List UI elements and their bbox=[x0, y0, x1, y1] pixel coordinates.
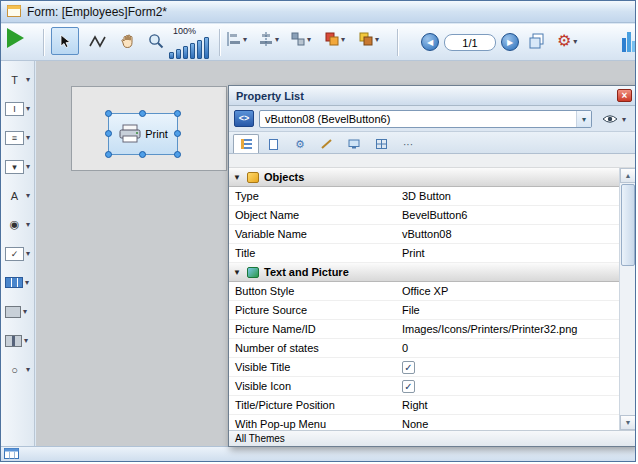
chevron-down-icon[interactable]: ▾ bbox=[576, 111, 591, 127]
property-scrollbar[interactable]: ▲ ▼ bbox=[619, 168, 636, 430]
property-value[interactable]: Print bbox=[399, 247, 619, 259]
chevron-down-icon[interactable]: ▾ bbox=[26, 133, 30, 142]
property-value[interactable]: BevelButton6 bbox=[399, 209, 619, 221]
property-value[interactable]: Images/Icons/Printers/Printer32.png bbox=[399, 323, 619, 335]
tool-input[interactable]: I▾ bbox=[1, 94, 34, 123]
previous-page-button[interactable]: ◀ bbox=[421, 33, 439, 51]
form-pages-button[interactable] bbox=[529, 33, 545, 49]
tab-object[interactable] bbox=[260, 134, 286, 153]
selection-handle[interactable] bbox=[139, 151, 146, 158]
entry-order-tool-button[interactable] bbox=[85, 27, 113, 55]
preferences-menu-button[interactable]: ⚙ ▾ bbox=[557, 33, 577, 49]
level-menu-button[interactable]: ▾ bbox=[291, 32, 311, 46]
property-value[interactable]: Office XP bbox=[399, 285, 619, 297]
tool-rectangle[interactable]: ▾ bbox=[1, 297, 34, 326]
chevron-down-icon[interactable]: ▾ bbox=[26, 220, 30, 229]
tab-settings[interactable]: ⚙ bbox=[287, 134, 313, 153]
selection-handle[interactable] bbox=[139, 110, 146, 117]
chevron-down-icon[interactable]: ▾ bbox=[26, 191, 30, 200]
zoom-bar[interactable] bbox=[204, 37, 209, 59]
next-page-button[interactable]: ▶ bbox=[501, 33, 519, 51]
selection-handle[interactable] bbox=[105, 130, 112, 137]
zoom-bar[interactable] bbox=[190, 43, 195, 59]
border-color-menu-button[interactable]: ▾ bbox=[359, 32, 379, 46]
chevron-down-icon[interactable]: ▾ bbox=[23, 307, 27, 316]
zoom-bar[interactable] bbox=[183, 46, 188, 59]
palette-title-bar[interactable]: Property List × bbox=[229, 86, 636, 106]
scroll-up-icon[interactable]: ▲ bbox=[620, 168, 636, 183]
property-value[interactable]: Right bbox=[399, 399, 619, 411]
execute-form-button[interactable] bbox=[7, 28, 24, 48]
property-lines-icon bbox=[241, 139, 252, 149]
page-indicator-field[interactable]: 1/1 bbox=[444, 34, 496, 51]
selected-bevel-button[interactable]: Print bbox=[108, 113, 178, 155]
tab-coordinates[interactable] bbox=[314, 134, 340, 153]
tool-radio-button[interactable]: ◉▾ bbox=[1, 210, 34, 239]
selected-object-name: vButton08 (BevelButton6) bbox=[260, 113, 576, 125]
list-view-toggle-icon[interactable] bbox=[4, 445, 19, 462]
tab-all-properties[interactable] bbox=[233, 134, 259, 153]
form-editor-window: Form: [Employees]Form2* 100% ▾ bbox=[0, 0, 636, 462]
chevron-down-icon[interactable]: ▾ bbox=[26, 162, 30, 171]
scroll-down-icon[interactable]: ▼ bbox=[620, 415, 636, 430]
property-value[interactable]: 3D Button bbox=[399, 190, 619, 202]
chevron-down-icon[interactable]: ▾ bbox=[24, 336, 28, 345]
tool-check-box[interactable]: ✓▾ bbox=[1, 239, 34, 268]
selection-handle[interactable] bbox=[174, 130, 181, 137]
chevron-down-icon[interactable]: ▾ bbox=[26, 249, 30, 258]
collapse-triangle-icon[interactable]: ▼ bbox=[233, 173, 242, 182]
selection-tool-button[interactable] bbox=[51, 27, 79, 55]
title-bar[interactable]: Form: [Employees]Form2* bbox=[1, 1, 635, 23]
object-selector-icon[interactable]: <> bbox=[234, 110, 254, 127]
property-value[interactable]: File bbox=[399, 304, 619, 316]
visible-title-checkbox[interactable]: ✓ bbox=[402, 361, 415, 374]
zoom-bar[interactable] bbox=[197, 40, 202, 59]
collapse-triangle-icon[interactable]: ▼ bbox=[233, 268, 242, 277]
tool-text[interactable]: T▾ bbox=[1, 65, 34, 94]
themes-footer[interactable]: All Themes bbox=[229, 430, 636, 446]
preview-eye-button[interactable]: ▾ bbox=[596, 110, 632, 128]
section-header-objects[interactable]: ▼ Objects bbox=[229, 168, 619, 187]
visible-icon-checkbox[interactable]: ✓ bbox=[402, 380, 415, 393]
scrollbar-thumb[interactable] bbox=[621, 184, 635, 266]
form-page-area[interactable]: Print bbox=[71, 86, 227, 171]
tab-more[interactable]: ··· bbox=[395, 134, 421, 153]
tool-oval[interactable]: ○▾ bbox=[1, 355, 34, 384]
chevron-down-icon[interactable]: ▾ bbox=[26, 365, 30, 374]
zoom-bar[interactable] bbox=[169, 52, 174, 59]
object-selector-dropdown[interactable]: vButton08 (BevelButton6) ▾ bbox=[259, 110, 592, 128]
property-row: Visible Icon✓ bbox=[229, 377, 619, 396]
section-header-text-and-picture[interactable]: ▼ Text and Picture bbox=[229, 263, 619, 282]
tool-combo-box[interactable]: ▾▾ bbox=[1, 152, 34, 181]
chevron-down-icon[interactable]: ▾ bbox=[26, 104, 30, 113]
themes-button[interactable] bbox=[622, 30, 636, 52]
zigzag-icon bbox=[89, 34, 109, 48]
tool-label[interactable]: A▾ bbox=[1, 181, 34, 210]
zoom-tool-button[interactable] bbox=[142, 27, 170, 55]
property-value[interactable]: 0 bbox=[399, 342, 619, 354]
selection-handle[interactable] bbox=[174, 151, 181, 158]
close-icon[interactable]: × bbox=[617, 89, 632, 102]
zoom-bars-control[interactable] bbox=[169, 36, 209, 59]
property-value[interactable]: vButton08 bbox=[399, 228, 619, 240]
fill-color-menu-button[interactable]: ▾ bbox=[325, 32, 345, 46]
tool-button-grid[interactable]: ▾ bbox=[1, 268, 34, 297]
selection-handle[interactable] bbox=[105, 151, 112, 158]
zoom-bar[interactable] bbox=[176, 49, 181, 59]
move-tool-button[interactable] bbox=[114, 27, 142, 55]
tab-grid[interactable] bbox=[368, 134, 394, 153]
chevron-down-icon: ▾ bbox=[307, 35, 311, 44]
tool-list-box[interactable]: ≡▾ bbox=[1, 123, 34, 152]
distribute-menu-button[interactable]: ▾ bbox=[259, 32, 279, 46]
chevron-down-icon[interactable]: ▾ bbox=[26, 75, 30, 84]
selection-handle[interactable] bbox=[174, 110, 181, 117]
selection-handle[interactable] bbox=[105, 110, 112, 117]
property-value[interactable]: None bbox=[399, 418, 619, 430]
chevron-down-icon[interactable]: ▾ bbox=[25, 278, 29, 287]
align-menu-button[interactable]: ▾ bbox=[227, 32, 247, 46]
tab-display[interactable] bbox=[341, 134, 367, 153]
chevron-down-icon: ▾ bbox=[573, 37, 577, 46]
property-grid: ▼ Objects Type3D Button Object NameBevel… bbox=[229, 168, 619, 430]
chevron-down-icon: ▾ bbox=[341, 35, 345, 44]
tool-splitter[interactable]: ▾ bbox=[1, 326, 34, 355]
